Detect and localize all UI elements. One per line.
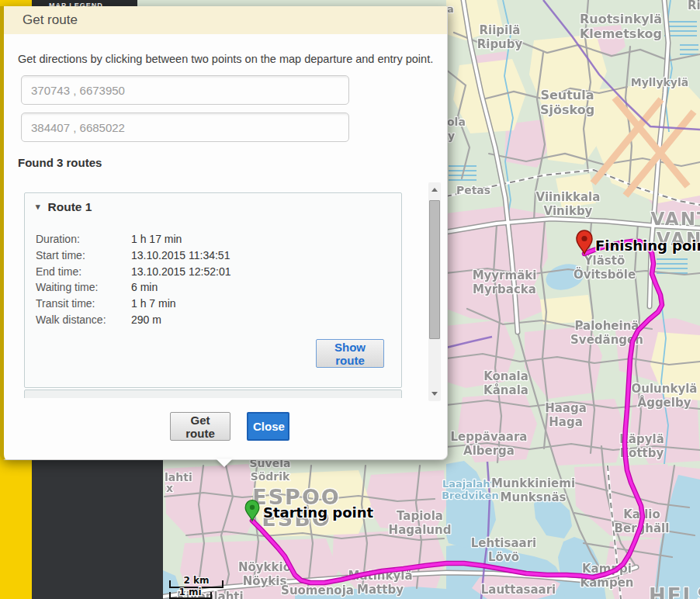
place-label: Suomenoja: [281, 583, 354, 597]
place-label: OulunkyläÅggelby: [632, 382, 698, 410]
place-label: y: [448, 130, 455, 142]
dialog-title: Get route: [4, 6, 447, 34]
get-route-dialog: Get route Get directions by clicking bet…: [0, 6, 448, 460]
finishing-point-label: Finishing point: [595, 237, 700, 254]
routes-scroll-area: ▾Route 1 Duration: 1 h 17 min Start time…: [24, 182, 402, 398]
place-label: Petas: [456, 184, 490, 196]
place-label: x: [166, 482, 173, 494]
route-detail-row: Waiting time: 6 min: [36, 279, 230, 296]
route-1-panel: ▾Route 1 Duration: 1 h 17 min Start time…: [24, 192, 402, 388]
place-label: RiipiläRipuby: [477, 23, 523, 51]
detail-label: Walk distance:: [36, 312, 131, 328]
place-label: ViinikkalaVinikby: [536, 190, 601, 218]
detail-value: 6 min: [131, 279, 158, 296]
detail-label: Start time:: [36, 248, 131, 264]
show-route-button[interactable]: Show route: [316, 339, 384, 368]
svg-text:1 mi: 1 mi: [178, 587, 201, 597]
detail-label: Duration:: [36, 231, 131, 248]
route-detail-row: Start time: 13.10.2015 11:34:51: [36, 248, 230, 264]
route-details: Duration: 1 h 17 min Start time: 13.10.2…: [36, 231, 230, 328]
end-coordinates-input[interactable]: [21, 113, 349, 142]
route-detail-row: Duration: 1 h 17 min: [36, 231, 230, 248]
scrollbar-thumb[interactable]: [429, 200, 440, 339]
place-label: MunkkiniemiMunksnäs: [491, 476, 575, 504]
app-stage: RuotsinkyläKlemetskogRiipiläRipubyRiMyll…: [0, 0, 700, 599]
scrollbar-down-icon[interactable]: [431, 392, 438, 396]
route-detail-row: Transit time: 1 h 7 min: [36, 296, 230, 312]
dialog-pointer: [216, 459, 233, 467]
place-label: ola: [447, 116, 466, 128]
detail-label: Transit time:: [36, 296, 131, 312]
start-coordinates-input[interactable]: [21, 75, 349, 105]
place-label: RuotsinkyläKlemetskog: [580, 12, 662, 41]
scrollbar-up-icon[interactable]: [431, 188, 438, 192]
place-label: MyyrmäkiMyrbacka: [473, 268, 537, 296]
place-label: Ri: [688, 0, 700, 12]
legend-panel: [32, 459, 163, 599]
detail-label: End time:: [36, 264, 131, 280]
route-1-title: Route 1: [48, 200, 92, 213]
place-label: SuvelaSödrik: [250, 457, 291, 483]
map-legend-header[interactable]: MAP LEGEND: [32, 0, 137, 6]
route-detail-row: End time: 13.10.2015 12:52:01: [36, 264, 230, 280]
place-label: a: [447, 3, 454, 15]
route-1-header[interactable]: ▾Route 1: [36, 200, 92, 214]
results-heading: Found 3 routes: [18, 156, 102, 169]
place-label: Lauttasaari: [481, 583, 556, 597]
svg-text:2 km: 2 km: [183, 575, 209, 586]
detail-value: 13.10.2015 11:34:51: [131, 248, 230, 264]
dialog-description: Get directions by clicking between two p…: [18, 53, 441, 65]
get-route-button[interactable]: Get route: [170, 412, 230, 441]
detail-value: 1 h 7 min: [131, 296, 176, 312]
detail-label: Waiting time:: [36, 279, 131, 296]
detail-value: 13.10.2015 12:52:01: [131, 264, 230, 280]
place-label: SeutulaSjöskog: [540, 88, 594, 117]
place-label: LaajalahtiBredviken: [442, 478, 499, 501]
collapse-arrow-icon[interactable]: ▾: [36, 202, 40, 212]
place-label: KonalaKånala: [483, 369, 528, 397]
route-2-panel-edge[interactable]: [24, 390, 402, 398]
routes-scrollbar[interactable]: [428, 182, 441, 401]
place-label: HELSINKI: [649, 584, 700, 599]
place-label: Myllykylä: [631, 76, 688, 88]
place-label: TapiolaHagalund: [389, 509, 452, 537]
close-button[interactable]: Close: [247, 412, 289, 441]
starting-point-label: Starting point: [263, 504, 374, 521]
detail-value: 290 m: [131, 312, 161, 328]
detail-value: 1 h 17 min: [131, 231, 182, 248]
route-detail-row: Walk distance: 290 m: [36, 312, 230, 328]
place-label: HaagaHaga: [545, 401, 587, 429]
